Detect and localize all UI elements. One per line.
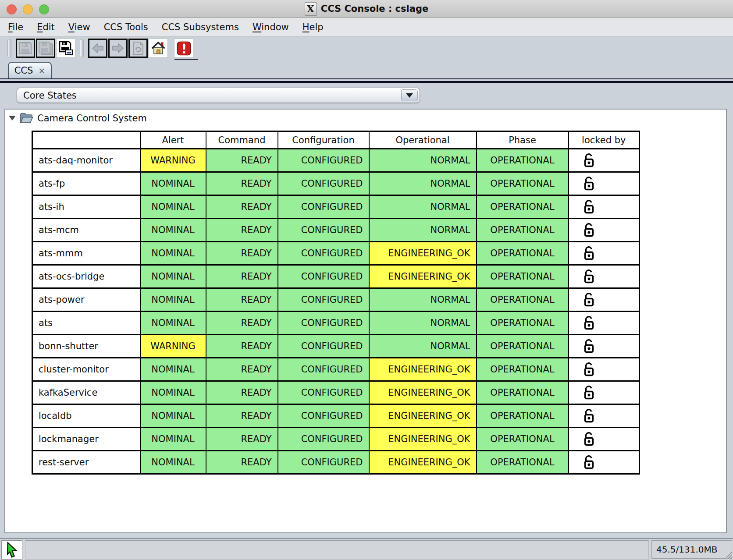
green-pointer-icon: [5, 542, 19, 558]
menu-help[interactable]: Help: [302, 22, 324, 32]
toolbar-gripper: [80, 39, 84, 57]
phase-state-cell: OPERATIONAL: [477, 381, 569, 404]
column-header-operational: Operational: [369, 131, 477, 149]
tree-node-label: Camera Control System: [37, 113, 147, 124]
floppy-icon: [18, 41, 32, 55]
phase-state-cell: OPERATIONAL: [477, 242, 569, 265]
subsystem-name-cell: ats-power: [32, 288, 140, 312]
unlock-icon: [581, 362, 596, 377]
home-button[interactable]: [149, 39, 168, 58]
subsystem-name-cell: ats-daq-monitor: [32, 149, 140, 172]
memory-usage-indicator[interactable]: 45.5/131.0MB: [651, 540, 732, 559]
alert-state-cell: NOMINAL: [140, 242, 206, 265]
resize-grip[interactable]: [722, 549, 733, 560]
subsystem-name-cell: rest-server: [32, 451, 140, 474]
table-row: ats-ihNOMINALREADYCONFIGUREDNORMALOPERAT…: [32, 195, 640, 219]
table-row: ats-mcmNOMINALREADYCONFIGUREDNORMALOPERA…: [32, 219, 640, 242]
phase-state-cell: OPERATIONAL: [477, 288, 569, 312]
column-header-command: Command: [206, 131, 278, 149]
table-row: localdbNOMINALREADYCONFIGUREDENGINEERING…: [32, 404, 640, 428]
operational-state-cell: NORMAL: [369, 172, 477, 195]
alerts-button[interactable]: [174, 39, 193, 58]
command-state-cell: READY: [206, 358, 278, 381]
unlock-icon: [581, 199, 596, 215]
tree-node-camera-control-system[interactable]: Camera Control System: [9, 112, 147, 124]
configuration-state-cell: CONFIGURED: [278, 335, 369, 358]
menu-file[interactable]: File: [8, 22, 23, 32]
phase-state-cell: OPERATIONAL: [477, 335, 569, 358]
command-state-cell: READY: [206, 312, 278, 335]
table-row: ats-ocs-bridgeNOMINALREADYCONFIGUREDENGI…: [32, 265, 640, 288]
operational-state-cell: NORMAL: [369, 195, 477, 219]
status-bar: 45.5/131.0MB: [0, 538, 733, 560]
menu-ccs-tools[interactable]: CCS Tools: [104, 22, 148, 32]
configuration-state-cell: CONFIGURED: [278, 312, 369, 335]
alert-exclamation-icon: [177, 41, 191, 56]
command-state-cell: READY: [206, 428, 278, 451]
unlock-icon: [581, 269, 596, 284]
column-header-name: [32, 131, 140, 149]
phase-state-cell: OPERATIONAL: [477, 172, 569, 195]
alert-state-cell: WARNING: [140, 149, 206, 172]
tab-close-icon[interactable]: ×: [38, 67, 45, 75]
locked-by-cell: [569, 265, 640, 288]
command-state-cell: READY: [206, 265, 278, 288]
refresh-button[interactable]: [128, 39, 148, 58]
refresh-page-icon: [132, 41, 145, 55]
tab-label: CCS: [14, 65, 33, 76]
table-row: cluster-monitorNOMINALREADYCONFIGUREDENG…: [32, 358, 640, 381]
locked-by-cell: [569, 195, 640, 219]
subsystem-name-cell: ats-fp: [32, 172, 140, 195]
command-state-cell: READY: [206, 219, 278, 242]
cursor-mode-box[interactable]: [1, 540, 22, 560]
unlock-icon: [581, 292, 596, 308]
command-state-cell: READY: [206, 195, 278, 219]
phase-state-cell: OPERATIONAL: [477, 358, 569, 381]
dropdown-button[interactable]: [401, 89, 418, 101]
alert-state-cell: NOMINAL: [140, 451, 206, 474]
view-selector-dropdown[interactable]: Core States: [17, 88, 420, 103]
locked-by-cell: [569, 219, 640, 242]
content-panel: Camera Control System AlertCommandConfig…: [4, 109, 727, 533]
unlock-icon: [581, 454, 596, 470]
export-button[interactable]: [56, 39, 75, 58]
tree-expander-icon[interactable]: [9, 116, 16, 121]
table-body: ats-daq-monitorWARNINGREADYCONFIGUREDNOR…: [32, 149, 640, 474]
table-row: kafkaServiceNOMINALREADYCONFIGUREDENGINE…: [32, 381, 640, 404]
command-state-cell: READY: [206, 404, 278, 428]
locked-by-cell: [569, 312, 640, 335]
home-icon: [151, 41, 166, 55]
unlock-icon: [581, 431, 596, 447]
alert-state-cell: NOMINAL: [140, 312, 206, 335]
configuration-state-cell: CONFIGURED: [278, 172, 369, 195]
tab-ccs[interactable]: CCS ×: [8, 62, 52, 78]
locked-by-cell: [569, 404, 640, 428]
save-all-button[interactable]: [36, 39, 55, 58]
double-floppy-icon: [38, 41, 53, 55]
command-state-cell: READY: [206, 288, 278, 312]
operational-state-cell: NORMAL: [369, 219, 477, 242]
menu-edit[interactable]: Edit: [37, 22, 55, 32]
table-row: bonn-shutterWARNINGREADYCONFIGUREDNORMAL…: [32, 335, 640, 358]
arrow-left-icon: [91, 42, 104, 55]
locked-by-cell: [569, 451, 640, 474]
operational-state-cell: NORMAL: [369, 149, 477, 172]
alert-state-cell: NOMINAL: [140, 172, 206, 195]
subsystem-name-cell: ats: [32, 312, 140, 335]
memory-usage-text: 45.5/131.0MB: [656, 544, 718, 555]
save-button[interactable]: [16, 39, 35, 58]
phase-state-cell: OPERATIONAL: [477, 428, 569, 451]
menu-view[interactable]: View: [68, 22, 90, 32]
operational-state-cell: ENGINEERING_OK: [369, 242, 477, 265]
menu-window[interactable]: Window: [253, 22, 289, 32]
subsystem-name-cell: localdb: [32, 404, 140, 428]
floppy-export-icon: [58, 41, 73, 56]
chevron-down-icon: [406, 93, 413, 98]
view-selector-value: Core States: [23, 90, 77, 101]
table-row: ats-mmmNOMINALREADYCONFIGUREDENGINEERING…: [32, 242, 640, 265]
configuration-state-cell: CONFIGURED: [278, 404, 369, 428]
forward-button[interactable]: [108, 39, 128, 58]
menu-ccs-subsystems[interactable]: CCS Subsystems: [162, 22, 239, 32]
back-button[interactable]: [88, 39, 107, 58]
alert-state-cell: NOMINAL: [140, 219, 206, 242]
